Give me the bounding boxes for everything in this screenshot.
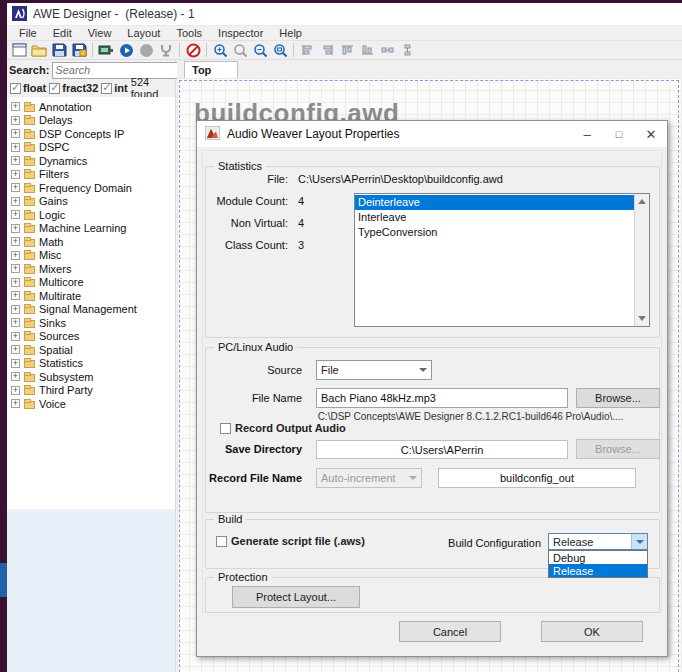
- menu-item[interactable]: View: [80, 27, 120, 39]
- expand-icon[interactable]: +: [11, 224, 20, 233]
- expand-icon[interactable]: +: [11, 251, 20, 260]
- tree-item[interactable]: + Spatial: [7, 343, 175, 357]
- profile-icon[interactable]: [157, 42, 175, 59]
- cancel-button[interactable]: Cancel: [399, 621, 501, 642]
- source-select[interactable]: File: [316, 360, 432, 380]
- tree-item[interactable]: + Mixers: [7, 262, 175, 276]
- listbox-scrollbar[interactable]: [634, 194, 649, 326]
- module-class-item[interactable]: Deinterleave: [355, 195, 634, 210]
- tree-item[interactable]: + Signal Management: [7, 303, 175, 317]
- record-icon[interactable]: [137, 42, 155, 59]
- filter-checkbox[interactable]: [101, 83, 112, 94]
- expand-icon[interactable]: +: [11, 197, 20, 206]
- distribute-vertical-icon[interactable]: [398, 42, 416, 59]
- dialog-titlebar[interactable]: Audio Weaver Layout Properties – □ ✕: [197, 121, 667, 147]
- browse-button[interactable]: Browse...: [576, 388, 660, 408]
- zoom-in-icon[interactable]: [211, 42, 229, 59]
- scroll-down-icon[interactable]: [638, 316, 646, 321]
- tree-item[interactable]: + Multirate: [7, 289, 175, 303]
- generate-script-checkbox[interactable]: [216, 536, 227, 547]
- protect-layout-button[interactable]: Protect Layout...: [232, 586, 360, 608]
- record-file-name-input[interactable]: buildconfig_out: [438, 468, 636, 488]
- zoom-selection-icon[interactable]: [231, 42, 249, 59]
- menu-item[interactable]: Tools: [168, 27, 210, 39]
- module-class-item[interactable]: Interleave: [355, 210, 634, 225]
- type-filter[interactable]: float: [10, 82, 46, 94]
- tree-item[interactable]: + Multicore: [7, 276, 175, 290]
- save-directory-field[interactable]: C:\Users\APerrin: [316, 440, 568, 459]
- tree-item[interactable]: + Subsystem: [7, 370, 175, 384]
- expand-icon[interactable]: +: [11, 210, 20, 219]
- menu-item[interactable]: Layout: [119, 27, 168, 39]
- tree-item[interactable]: + Annotation: [7, 100, 175, 114]
- tree-item[interactable]: + Gains: [7, 195, 175, 209]
- scroll-up-icon[interactable]: [638, 199, 646, 204]
- expand-icon[interactable]: +: [11, 278, 20, 287]
- disconnect-icon[interactable]: [184, 42, 202, 59]
- menu-item[interactable]: Edit: [45, 27, 80, 39]
- tree-item[interactable]: + Machine Learning: [7, 222, 175, 236]
- align-top-icon[interactable]: [338, 42, 356, 59]
- align-left-icon[interactable]: [298, 42, 316, 59]
- module-class-item[interactable]: TypeConversion: [355, 225, 634, 240]
- maximize-icon[interactable]: □: [603, 121, 635, 147]
- tree-item[interactable]: + Voice: [7, 397, 175, 411]
- type-filter[interactable]: fract32: [49, 82, 98, 94]
- type-filter[interactable]: int: [101, 82, 127, 94]
- dropdown-option[interactable]: Debug: [549, 551, 647, 564]
- new-layout-icon[interactable]: [10, 42, 28, 59]
- ok-button[interactable]: OK: [541, 621, 643, 642]
- expand-icon[interactable]: +: [11, 359, 20, 368]
- tab-top[interactable]: Top: [184, 61, 238, 78]
- tree-item[interactable]: + Math: [7, 235, 175, 249]
- expand-icon[interactable]: +: [11, 332, 20, 341]
- tree-item[interactable]: + DSPC: [7, 141, 175, 155]
- expand-icon[interactable]: +: [11, 156, 20, 165]
- build-configuration-select[interactable]: Release: [548, 533, 648, 550]
- expand-icon[interactable]: +: [11, 318, 20, 327]
- generate-script-option[interactable]: Generate script file (.aws): [216, 535, 365, 547]
- module-class-listbox[interactable]: DeinterleaveInterleaveTypeConversion: [354, 193, 650, 327]
- close-icon[interactable]: ✕: [635, 121, 667, 147]
- tree-item[interactable]: + Sinks: [7, 316, 175, 330]
- align-right-icon[interactable]: [318, 42, 336, 59]
- tree-item[interactable]: + Statistics: [7, 357, 175, 371]
- tree-item[interactable]: + Dynamics: [7, 154, 175, 168]
- zoom-out-icon[interactable]: [251, 42, 269, 59]
- menu-item[interactable]: File: [11, 27, 45, 39]
- expand-icon[interactable]: +: [11, 102, 20, 111]
- expand-icon[interactable]: +: [11, 305, 20, 314]
- menu-item[interactable]: Inspector: [210, 27, 271, 39]
- expand-icon[interactable]: +: [11, 116, 20, 125]
- align-bottom-icon[interactable]: [358, 42, 376, 59]
- record-output-audio-option[interactable]: Record Output Audio: [220, 422, 346, 434]
- expand-icon[interactable]: +: [11, 264, 20, 273]
- file-name-input[interactable]: Bach Piano 48kHz.mp3: [316, 388, 568, 408]
- save-icon[interactable]: [50, 42, 68, 59]
- expand-icon[interactable]: +: [11, 183, 20, 192]
- expand-icon[interactable]: +: [11, 386, 20, 395]
- expand-icon[interactable]: +: [11, 143, 20, 152]
- save-browse-button[interactable]: Browse...: [576, 439, 660, 459]
- save-as-icon[interactable]: [70, 42, 88, 59]
- tree-item[interactable]: + Third Party: [7, 384, 175, 398]
- tree-item[interactable]: + Delays: [7, 114, 175, 128]
- menu-item[interactable]: Help: [271, 27, 310, 39]
- expand-icon[interactable]: +: [11, 170, 20, 179]
- zoom-fit-icon[interactable]: [271, 42, 289, 59]
- play-icon[interactable]: [117, 42, 135, 59]
- expand-icon[interactable]: +: [11, 372, 20, 381]
- filter-checkbox[interactable]: [10, 83, 21, 94]
- record-output-checkbox[interactable]: [220, 423, 231, 434]
- minimize-icon[interactable]: –: [571, 121, 603, 147]
- distribute-horizontal-icon[interactable]: [378, 42, 396, 59]
- open-icon[interactable]: [30, 42, 48, 59]
- expand-icon[interactable]: +: [11, 345, 20, 354]
- tree-item[interactable]: + Frequency Domain: [7, 181, 175, 195]
- expand-icon[interactable]: +: [11, 291, 20, 300]
- tree-item[interactable]: + Misc: [7, 249, 175, 263]
- tree-item[interactable]: + Filters: [7, 168, 175, 182]
- tree-item[interactable]: + DSP Concepts IP: [7, 127, 175, 141]
- tree-item[interactable]: + Sources: [7, 330, 175, 344]
- connect-hardware-icon[interactable]: [97, 42, 115, 59]
